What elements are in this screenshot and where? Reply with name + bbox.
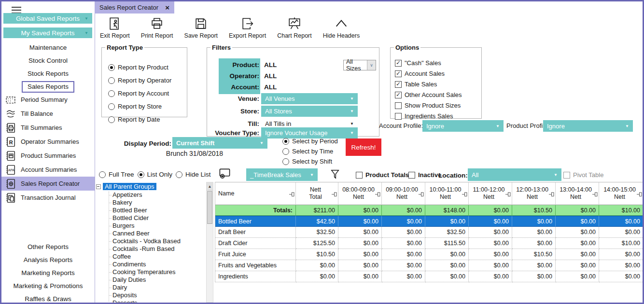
voucher-type-dropdown[interactable]: Ignore Voucher Usage▼ [261,127,358,138]
table-row-fruit-juice[interactable]: Fruit Juice$10.50$0.00$0.00$0.00$0.00$10… [215,249,644,260]
tree-item-cooking-temperatures[interactable]: Cooking Temperatures [95,268,206,276]
pin-icon[interactable] [462,192,467,198]
tree-item-bakery[interactable]: Bakery [95,199,206,207]
sidebar-link-other-reports[interactable]: Other Reports [28,243,69,250]
option-table-sales[interactable]: Table Sales [395,81,462,88]
table-row-draft-cider[interactable]: Draft Cider$125.50$0.00$0.00$115.50$0.00… [215,238,644,249]
sidebar-item-operator-summaries[interactable]: ROperator Summaries [1,135,95,149]
sidebar-item-sales-report-creator[interactable]: Sales Report Creator [1,177,95,191]
option-ingredients-sales[interactable]: Ingredients Sales [395,112,462,120]
location-dropdown[interactable]: All ▼ [468,168,561,181]
sidebar-link-sales-reports[interactable]: Sales Reports [22,81,74,93]
display-period-dropdown[interactable]: Current Shift ▼ [172,137,267,149]
report-type-report-by-store[interactable]: Report by Store [108,103,171,110]
select-mode-select-by-time[interactable]: Select by Time [282,148,338,155]
report-type-report-by-account[interactable]: Report by Account [108,90,171,97]
column-header-12-00-13-00[interactable]: 12:00-13:00Nett [512,182,556,205]
export-report-button[interactable]: Export Report [226,14,268,40]
tree-root[interactable]: All Parent Groups [95,182,206,191]
tree-item-cocktails-vodka-based[interactable]: Cocktails - Vodka Based [95,237,206,245]
chart-report-button[interactable]: Chart Report [275,14,314,40]
my-saved-reports-dropdown[interactable]: My Saved Reports▼ [3,28,92,38]
sidebar-item-account-summaries[interactable]: APAAccount Summaries [1,163,95,177]
column-header-13-00-14-00[interactable]: 13:00-14:00Nett [556,182,599,205]
sidebar-item-product-summaries[interactable]: Product Summaries [1,149,95,163]
table-row-bottled-beer[interactable]: Bottled Beer$42.50$0.00$0.00$0.00$0.00$0… [215,216,644,227]
store-dropdown[interactable]: All Stores▼ [261,106,358,117]
list-view-hide-list[interactable]: Hide List [176,171,211,178]
sidebar-item-till-balance[interactable]: Till Balance [1,107,95,121]
pin-icon[interactable] [637,192,642,198]
close-icon[interactable]: × [165,4,169,11]
column-header-08-00-09-00[interactable]: 08:00-09:00Nett [338,182,382,205]
pin-icon[interactable] [332,192,337,198]
tree-item-bottled-cider[interactable]: Bottled Cider [95,214,206,222]
list-view-list-only[interactable]: List Only [138,171,173,178]
option-cash-sales[interactable]: "Cash" Sales [395,59,462,67]
scroll-thumb[interactable] [207,191,212,224]
column-header-nett[interactable]: NettTotal [296,182,338,205]
global-saved-reports-dropdown[interactable]: Global Saved Reports▼ [3,13,92,24]
sidebar-link-stock-control[interactable]: Stock Control [28,57,68,64]
column-header-14-00-15-00[interactable]: 14:00-15:00Nett [599,182,644,205]
tab-sales-report-creator[interactable]: Sales Report Creator × [95,1,174,14]
product-profile-dropdown[interactable]: Ignore ▼ [543,120,633,132]
sidebar-link-marketing-reports[interactable]: Marketing Reports [21,269,74,276]
pin-icon[interactable] [549,192,554,198]
tree-scrollbar[interactable]: ▲ [206,182,213,303]
pin-icon[interactable] [419,192,424,198]
tree-item-deposits[interactable]: Deposits [95,291,206,299]
sidebar-link-maintenance[interactable]: Maintenance [29,44,67,51]
tree-item-appetizers[interactable]: Appetizers [95,191,206,199]
tree-item-cocktails-rum-based[interactable]: Cocktails -Rum Based [95,245,206,253]
print-report-button[interactable]: Print Report [139,14,176,40]
column-header-name[interactable]: Name [215,182,296,205]
filter-icon[interactable] [330,169,340,180]
refresh-button[interactable]: Refresh! [346,138,381,156]
sidebar-item-period-summary[interactable]: Period Summary [1,93,95,107]
report-type-report-by-operator[interactable]: Report by Operator [108,77,171,84]
pin-icon[interactable] [505,192,511,198]
tree-item-burgers[interactable]: Burgers [95,222,206,230]
select-mode-select-by-shift[interactable]: Select by Shift [282,158,338,165]
account-profile-dropdown[interactable]: Ignore ▼ [422,120,504,132]
option-other-account-sales[interactable]: Other Account Sales [395,91,462,98]
inactive-checkbox[interactable]: Inactive [408,171,441,179]
sidebar-item-transaction-journal[interactable]: Transaction Journal [1,191,95,205]
option-account-sales[interactable]: Account Sales [395,70,462,77]
tree-item-dairy[interactable]: Dairy [95,284,206,291]
pivot-table-checkbox[interactable]: Pivot Table [563,171,603,179]
sidebar-link-marketing-promotions[interactable]: Marketing & Promotions [13,282,83,290]
report-layout-dropdown[interactable]: _TimeBreak Sales ▼ [246,168,318,181]
table-row-draft-beer[interactable]: Draft Beer$32.50$0.00$0.00$32.50$0.00$0.… [215,227,644,238]
report-type-report-by-product[interactable]: Report by Product [108,64,171,71]
tree-item-bottled-beer[interactable]: Bottled Beer [95,207,206,214]
list-view-full-tree[interactable]: Full Tree [99,171,134,178]
pin-icon[interactable] [289,192,294,198]
table-row-ingredients[interactable]: Ingredients$0.00$0.00$0.00$0.00$0.00$0.0… [215,271,644,282]
sidebar-link-raffles-draws[interactable]: Raffles & Draws [25,295,71,303]
collapse-icon[interactable] [96,184,101,189]
tree-item-condiments[interactable]: Condiments [95,261,206,268]
sidebar-item-till-summaries[interactable]: Till Summaries [1,121,95,135]
sidebar-link-stock-reports[interactable]: Stock Reports [28,70,69,77]
scroll-up-arrow[interactable]: ▲ [207,182,213,191]
column-header-11-00-12-00[interactable]: 11:00-12:00Nett [469,182,512,205]
exit-report-button[interactable]: Exit Report [98,14,132,40]
hide-headers-button[interactable]: Hide Headers [321,14,362,40]
report-type-report-by-date[interactable]: Report by Date [108,116,171,123]
pin-icon[interactable] [375,192,380,198]
tree-item-desserts[interactable]: Desserts [95,299,206,303]
tree-item-canned-beer[interactable]: Canned Beer [95,230,206,237]
sizes-dropdown[interactable]: All Sizes ∨ [343,60,376,70]
column-header-09-00-10-00[interactable]: 09:00-10:00Nett [382,182,425,205]
tree-item-coffee[interactable]: Coffee [95,253,206,261]
tree-item-daily-duties[interactable]: Daily Duties [95,276,206,284]
pin-icon[interactable] [592,192,598,198]
sidebar-link-analysis-reports[interactable]: Analysis Reports [24,256,72,263]
venue-dropdown[interactable]: All Venues▼ [261,93,358,104]
column-header-10-00-11-00[interactable]: 10:00-11:00Nett [425,182,469,205]
select-mode-select-by-period[interactable]: Select by Period [282,138,338,145]
option-show-product-sizes[interactable]: Show Product Sizes [395,102,462,109]
table-row-fruits-and-vegetables[interactable]: Fruits and Vegetables$0.00$0.00$0.00$0.0… [215,260,644,271]
